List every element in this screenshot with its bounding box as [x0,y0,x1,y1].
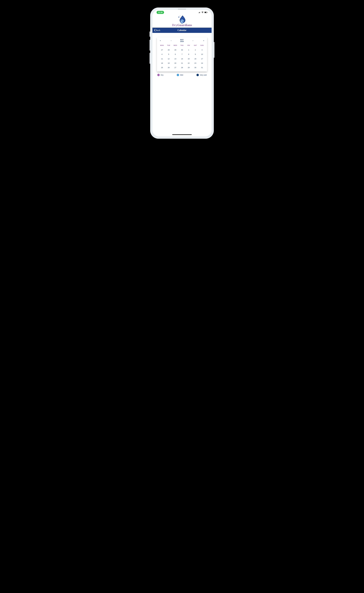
svg-rect-5 [205,12,206,13]
legend-label: Dry [161,74,163,76]
weekday-header: MON [159,45,165,48]
calendar-day[interactable]: 5 [165,52,172,56]
calendar-day[interactable]: 4 [159,52,165,56]
legend-item-very-wet: Very wet [196,74,207,76]
calendar-month-year: MAY 2020 [180,39,184,42]
nav-bar: Back Calendar [152,28,212,33]
prev-year-button[interactable]: « [159,40,162,41]
svg-rect-1 [199,12,199,13]
battery-icon [204,12,208,13]
weekday-header: SAT [192,45,199,48]
legend-label: Wet [180,74,183,76]
phone-frame: 12:08 [150,7,214,139]
droplet-shield-icon [177,15,187,23]
legend-item-wet: Wet [177,74,183,76]
svg-rect-6 [207,12,208,13]
calendar-day[interactable]: 25 [159,65,165,70]
calendar-year: 2020 [180,40,184,42]
calendar-day[interactable]: 11 [159,56,165,61]
status-icons [199,12,208,13]
swatch-very-wet [196,74,199,76]
calendar-day[interactable]: 17 [199,56,205,61]
calendar-day[interactable]: 27 [172,65,179,70]
calendar-day[interactable]: 8 [185,52,192,56]
calendar-day[interactable]: 31 [199,65,205,70]
speaker-grille [178,9,186,9]
calendar-day[interactable]: 1 [185,48,192,52]
svg-rect-2 [200,12,200,13]
content: « ‹ MAY 2020 › » [152,33,212,76]
calendar-day[interactable]: 30 [192,65,199,70]
page-title: Calendar [152,29,212,32]
calendar-day[interactable]: 28 [165,48,172,52]
svg-rect-3 [200,12,200,13]
calendar-day[interactable]: 24 [199,61,205,65]
calendar-day[interactable]: 7 [179,52,185,56]
calendar-day[interactable]: 2 [192,48,199,52]
calendar-day[interactable]: 28 [179,65,185,70]
calendar-day[interactable]: 19 [165,61,172,65]
weekday-header: THU [179,45,185,48]
calendar-day[interactable]: 27 [159,48,165,52]
svg-point-7 [180,16,180,16]
calendar-day[interactable]: 20 [172,61,179,65]
calendar-day[interactable]: 21 [179,61,185,65]
svg-rect-0 [199,13,199,13]
brand-name-part2: Guardians [177,23,192,27]
weekday-header: TUE [165,45,172,48]
calendar-day[interactable]: 12 [165,56,172,61]
back-button[interactable]: Back [154,28,160,33]
weekday-header: SUN [199,45,205,48]
weekday-header: WED [172,45,179,48]
calendar-grid: MON TUE WED THU FRI SAT SUN 27 [159,45,205,70]
swatch-wet [177,74,179,76]
brand-name-part1: Dry [172,23,177,27]
calendar-month: MAY [180,39,184,40]
calendar-day[interactable]: 29 [185,65,192,70]
cellular-icon [199,12,201,13]
calendar-card: « ‹ MAY 2020 › » [157,37,207,71]
calendar-day[interactable]: 18 [159,61,165,65]
legend-label: Very wet [200,74,207,76]
home-indicator [172,134,192,135]
calendar-day[interactable]: 14 [179,56,185,61]
calendar-day[interactable]: 13 [172,56,179,61]
back-label: Back [156,29,160,32]
volume-up-button [150,40,150,51]
status-time: 12:08 [156,11,164,14]
calendar-day[interactable]: 26 [165,65,172,70]
calendar-day[interactable]: 9 [192,52,199,56]
screen: 12:08 [152,10,212,136]
swatch-dry [157,74,160,76]
volume-down-button [150,53,150,64]
power-button [214,42,214,58]
side-switch [150,32,150,37]
calendar-day[interactable]: 29 [172,48,179,52]
calendar-day[interactable]: 3 [199,48,205,52]
calendar-header: « ‹ MAY 2020 › » [159,39,205,42]
calendar-day[interactable]: 30 [179,48,185,52]
calendar-day[interactable]: 6 [172,52,179,56]
brand-name: DryGuardians [172,23,192,27]
brand-logo: DryGuardians [152,15,212,28]
calendar-day[interactable]: 16 [192,56,199,61]
legend-item-dry: Dry [157,74,163,76]
wifi-icon [202,12,204,13]
status-bar: 12:08 [152,10,212,15]
legend: Dry Wet Very wet [157,74,207,76]
calendar-day[interactable]: 15 [185,56,192,61]
calendar-day[interactable]: 10 [199,52,205,56]
prev-month-button[interactable]: ‹ [169,40,173,41]
next-year-button[interactable]: » [202,40,205,41]
weekday-header: FRI [185,45,192,48]
next-month-button[interactable]: › [191,40,195,41]
calendar-day[interactable]: 23 [192,61,199,65]
calendar-day[interactable]: 22 [185,61,192,65]
chevron-left-icon [154,29,156,32]
